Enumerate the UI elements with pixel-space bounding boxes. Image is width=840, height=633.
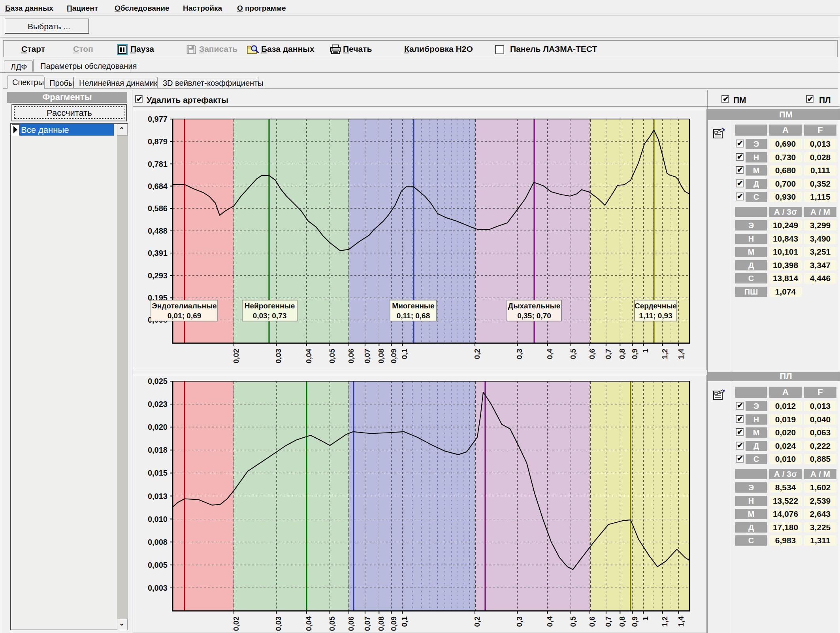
svg-text:0,03; 0,73: 0,03; 0,73 [253, 312, 287, 320]
svg-text:0,06: 0,06 [347, 349, 355, 363]
svg-text:1,11; 0,93: 1,11; 0,93 [639, 312, 672, 320]
svg-text:0,015: 0,015 [148, 469, 168, 477]
svg-text:1: 1 [641, 616, 650, 621]
svg-text:0,781: 0,781 [148, 160, 168, 168]
svg-text:0,03: 0,03 [274, 616, 283, 631]
svg-text:0,018: 0,018 [148, 446, 168, 454]
svg-text:0,008: 0,008 [148, 538, 168, 546]
svg-text:0,05: 0,05 [328, 616, 336, 631]
svg-text:Нейрогенные: Нейрогенные [245, 302, 295, 310]
svg-text:0,07: 0,07 [363, 616, 371, 631]
svg-text:0,07: 0,07 [363, 349, 371, 363]
svg-text:0,013: 0,013 [148, 492, 168, 501]
svg-text:0,023: 0,023 [148, 400, 168, 408]
svg-text:Сердечные: Сердечные [635, 302, 677, 310]
svg-text:Дыхательные: Дыхательные [508, 302, 561, 310]
svg-text:0,586: 0,586 [148, 204, 168, 213]
svg-text:0,09: 0,09 [390, 616, 398, 631]
svg-text:0,8: 0,8 [618, 349, 626, 359]
svg-text:0,02: 0,02 [232, 349, 240, 363]
svg-text:0,684: 0,684 [148, 182, 168, 191]
svg-text:1,2: 1,2 [661, 616, 669, 627]
svg-text:0,977: 0,977 [148, 115, 168, 123]
svg-text:0,1: 0,1 [400, 616, 409, 627]
svg-text:0,391: 0,391 [148, 249, 168, 257]
svg-text:0,010: 0,010 [148, 515, 168, 523]
svg-text:0,08: 0,08 [377, 616, 385, 631]
svg-text:0,020: 0,020 [148, 423, 168, 431]
svg-text:0,9: 0,9 [631, 349, 639, 359]
svg-text:1,2: 1,2 [661, 349, 669, 359]
svg-text:Эндотелиальные: Эндотелиальные [152, 302, 217, 310]
svg-text:0,03: 0,03 [274, 349, 283, 363]
svg-text:0,02: 0,02 [232, 616, 240, 631]
svg-text:0,01; 0,69: 0,01; 0,69 [168, 312, 202, 320]
svg-text:0,3: 0,3 [515, 616, 524, 627]
svg-text:0,11; 0,68: 0,11; 0,68 [397, 312, 430, 320]
svg-text:0,5: 0,5 [569, 349, 577, 359]
svg-text:0,04: 0,04 [305, 349, 313, 363]
svg-text:0,9: 0,9 [631, 616, 639, 627]
svg-text:0,6: 0,6 [588, 349, 596, 359]
svg-text:0,5: 0,5 [569, 616, 577, 627]
svg-text:1,4: 1,4 [677, 616, 685, 627]
svg-text:0,09: 0,09 [390, 349, 398, 363]
svg-text:0,4: 0,4 [546, 616, 554, 627]
svg-text:0,025: 0,025 [148, 377, 168, 385]
svg-text:0,6: 0,6 [588, 616, 596, 627]
svg-text:0,488: 0,488 [148, 227, 168, 235]
svg-text:1: 1 [641, 349, 650, 353]
svg-text:Миогенные: Миогенные [392, 302, 434, 310]
svg-text:0,003: 0,003 [148, 584, 168, 592]
svg-text:0,005: 0,005 [148, 561, 168, 569]
svg-text:0,1: 0,1 [400, 349, 409, 359]
svg-text:0,35; 0,70: 0,35; 0,70 [517, 312, 551, 320]
svg-text:0,4: 0,4 [546, 349, 554, 359]
svg-text:0,293: 0,293 [148, 271, 168, 280]
svg-text:0,879: 0,879 [148, 137, 168, 146]
svg-text:0,05: 0,05 [328, 349, 336, 363]
svg-text:0,2: 0,2 [473, 349, 481, 359]
svg-text:0,06: 0,06 [347, 616, 355, 631]
svg-text:0,3: 0,3 [515, 349, 524, 359]
svg-text:0,7: 0,7 [604, 349, 612, 359]
svg-text:0,2: 0,2 [473, 616, 481, 627]
svg-text:0,7: 0,7 [604, 616, 612, 627]
svg-text:0,04: 0,04 [305, 616, 313, 631]
svg-text:1,4: 1,4 [677, 349, 685, 359]
svg-text:0,8: 0,8 [618, 616, 626, 627]
svg-text:0,08: 0,08 [377, 349, 385, 363]
